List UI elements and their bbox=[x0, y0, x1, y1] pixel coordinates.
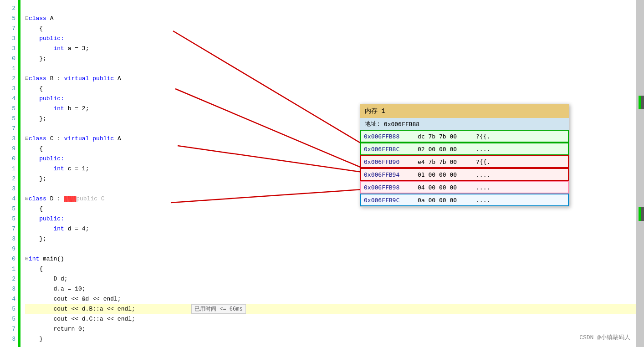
code-line: { bbox=[25, 264, 644, 274]
code-line: ⊟int main() bbox=[25, 254, 644, 264]
watermark: CSDN @小镇敲码人 bbox=[579, 333, 630, 342]
memory-addr: 0x006FFB88 bbox=[364, 133, 414, 140]
code-line: public: bbox=[25, 214, 644, 224]
code-line: ⊟class A bbox=[25, 14, 644, 24]
code-line: { bbox=[25, 84, 644, 94]
line-numbers: 2 5 7 3 3 0 1 2 3 4 5 5 7 3 9 0 1 2 3 4 … bbox=[0, 0, 18, 347]
memory-chars: ?{{. bbox=[476, 158, 490, 165]
code-line: ⊟class B : virtual public A bbox=[25, 74, 644, 84]
sidebar-indicators bbox=[636, 0, 644, 347]
memory-address-value[interactable]: 0x006FFB88 bbox=[384, 121, 419, 128]
memory-chars: .... bbox=[476, 184, 490, 191]
memory-chars: .... bbox=[476, 146, 490, 153]
memory-addr: 0x006FFB94 bbox=[364, 171, 414, 178]
code-line: int d = 4; bbox=[25, 224, 644, 234]
memory-chars: .... bbox=[476, 197, 490, 204]
memory-row: 0x006FFB94 01 00 00 00 .... bbox=[360, 168, 569, 181]
memory-chars: ?{{. bbox=[476, 133, 490, 140]
memory-bytes: 01 00 00 00 bbox=[418, 171, 472, 178]
memory-panel-title: 内存 1 bbox=[360, 104, 569, 118]
code-line bbox=[25, 244, 644, 254]
code-line: public: bbox=[25, 34, 644, 44]
memory-row: 0x006FFB88 dc 7b 7b 00 ?{{. bbox=[360, 130, 569, 143]
memory-rows: 0x006FFB88 dc 7b 7b 00 ?{{. 0x006FFB8C 0… bbox=[360, 130, 569, 206]
memory-chars: .... bbox=[476, 171, 490, 178]
sidebar-dark-bot bbox=[641, 207, 644, 221]
sidebar-dark-top bbox=[641, 96, 644, 109]
memory-address-bar: 地址: 0x006FFB88 bbox=[360, 118, 569, 130]
memory-addr: 0x006FFB90 bbox=[364, 158, 414, 165]
memory-row: 0x006FFB8C 02 00 00 00 .... bbox=[360, 143, 569, 155]
code-line: int a = 3; bbox=[25, 44, 644, 54]
memory-panel: 内存 1 地址: 0x006FFB88 0x006FFB88 dc 7b 7b … bbox=[360, 104, 569, 207]
code-line-highlight: cout << d.B::a << endl; bbox=[25, 304, 644, 314]
code-line: cout << d.C::a << endl; bbox=[25, 314, 644, 324]
code-line: }; bbox=[25, 54, 644, 64]
code-line: D d; bbox=[25, 274, 644, 284]
memory-bytes: 0a 00 00 00 bbox=[418, 197, 472, 204]
code-line bbox=[25, 4, 644, 14]
code-line bbox=[25, 64, 644, 74]
code-line: cout << &d << endl; bbox=[25, 294, 644, 304]
code-line: return 0; bbox=[25, 324, 644, 334]
code-line: } bbox=[25, 334, 644, 344]
memory-bytes: dc 7b 7b 00 bbox=[418, 133, 472, 140]
memory-addr: 0x006FFB9C bbox=[364, 197, 414, 204]
memory-addr: 0x006FFB8C bbox=[364, 146, 414, 153]
code-line: d.a = 10; bbox=[25, 284, 644, 294]
memory-row: 0x006FFB9C 0a 00 00 00 .... bbox=[360, 194, 569, 206]
code-line: }; bbox=[25, 234, 644, 244]
status-hint: 已用时间 <= 66ms bbox=[191, 304, 246, 314]
memory-address-label: 地址: bbox=[365, 120, 380, 128]
code-line: public: bbox=[25, 94, 644, 104]
memory-addr: 0x006FFB98 bbox=[364, 184, 414, 191]
memory-bytes: 02 00 00 00 bbox=[418, 146, 472, 153]
memory-bytes: e4 7b 7b 00 bbox=[418, 158, 472, 165]
memory-row: 0x006FFB90 e4 7b 7b 00 ?{{. bbox=[360, 155, 569, 168]
code-line: { bbox=[25, 24, 644, 34]
memory-bytes: 04 00 00 00 bbox=[418, 184, 472, 191]
memory-row: 0x006FFB98 04 00 00 00 .... bbox=[360, 181, 569, 194]
